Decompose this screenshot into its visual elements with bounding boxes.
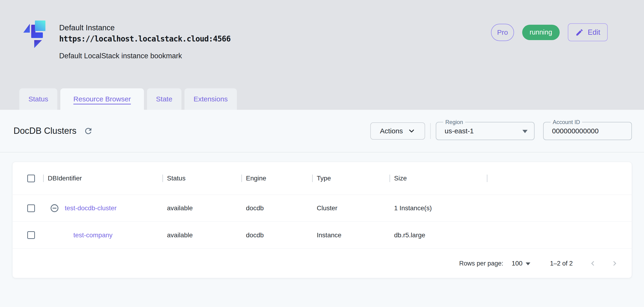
pro-badge: Pro (491, 24, 514, 41)
cell-engine: docdb (241, 222, 312, 248)
resource-link[interactable]: test-company (73, 231, 112, 239)
cell-status: available (162, 195, 241, 221)
resource-table-card: DBIdentifier Status Engine Type Size tes… (12, 162, 632, 278)
next-page-button[interactable] (609, 258, 620, 269)
row-checkbox[interactable] (27, 204, 35, 212)
tab-resource-browser[interactable]: Resource Browser (60, 88, 144, 110)
chevron-down-icon (408, 127, 416, 135)
header-actions: Pro running Edit (491, 23, 608, 41)
account-id-label: Account ID (550, 119, 582, 125)
cell-type: Cluster (312, 195, 390, 221)
previous-page-button[interactable] (587, 258, 598, 269)
dropdown-arrow-icon (526, 262, 530, 265)
row-checkbox[interactable] (27, 231, 35, 239)
tab-state[interactable]: State (147, 88, 182, 110)
table-header-row: DBIdentifier Status Engine Type Size (12, 162, 632, 195)
rows-per-page-select[interactable]: 100 (512, 260, 530, 267)
actions-button[interactable]: Actions (370, 122, 425, 140)
localstack-logo-icon (20, 17, 51, 50)
resource-toolbar: DocDB Clusters Actions Region us-east-1 (0, 110, 644, 152)
column-header-status[interactable]: Status (162, 162, 241, 195)
dropdown-arrow-icon (522, 130, 528, 133)
column-header-engine[interactable]: Engine (241, 162, 312, 195)
app-header: Default Instance https://localhost.local… (0, 0, 644, 110)
tab-bar: Status Resource Browser State Extensions (19, 88, 237, 110)
page-title: DocDB Clusters (14, 126, 76, 136)
table-row: test-company available docdb Instance db… (12, 222, 632, 249)
cell-engine: docdb (241, 195, 312, 221)
cell-size: db.r5.large (390, 222, 487, 248)
collapse-row-button[interactable] (50, 203, 59, 213)
status-badge: running (522, 25, 560, 40)
refresh-icon (84, 126, 93, 136)
instance-subtitle: Default LocalStack instance bookmark (59, 52, 230, 60)
pagination-range: 1–2 of 2 (550, 260, 573, 267)
cell-type: Instance (312, 222, 390, 248)
resource-link[interactable]: test-docdb-cluster (65, 204, 117, 212)
edit-button-label: Edit (588, 28, 600, 37)
minus-circle-icon (50, 203, 59, 213)
resource-browser-panel: DocDB Clusters Actions Region us-east-1 (0, 110, 644, 307)
tab-extensions[interactable]: Extensions (184, 88, 237, 110)
refresh-button[interactable] (84, 126, 93, 136)
table-row: test-docdb-cluster available docdb Clust… (12, 195, 632, 222)
column-header-size[interactable]: Size (390, 162, 487, 195)
chevron-right-icon (610, 259, 619, 268)
column-header-type[interactable]: Type (312, 162, 390, 195)
column-header-empty (487, 162, 632, 195)
rows-per-page-label: Rows per page: (459, 260, 503, 267)
region-select[interactable]: Region us-east-1 (436, 122, 534, 140)
tab-status[interactable]: Status (19, 88, 57, 110)
column-header-dbidentifier[interactable]: DBIdentifier (43, 162, 162, 195)
region-label: Region (443, 119, 465, 125)
account-id-field[interactable]: Account ID 000000000000 (543, 122, 632, 140)
cell-status: available (162, 222, 241, 248)
rows-per-page-value: 100 (512, 260, 523, 267)
chevron-left-icon (588, 259, 598, 268)
edit-button[interactable]: Edit (568, 23, 608, 41)
table-pagination: Rows per page: 100 1–2 of 2 (12, 249, 632, 278)
pencil-icon (575, 28, 584, 37)
select-all-checkbox[interactable] (27, 175, 35, 182)
toolbar-divider (430, 123, 431, 139)
actions-button-label: Actions (380, 127, 403, 135)
cell-size: 1 Instance(s) (390, 195, 487, 221)
instance-title: Default Instance (59, 23, 230, 33)
instance-url: https://localhost.localstack.cloud:4566 (59, 34, 230, 43)
